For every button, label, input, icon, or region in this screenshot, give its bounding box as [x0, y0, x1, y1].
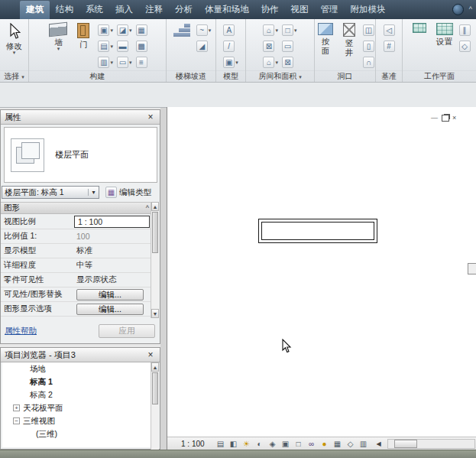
tab-view[interactable]: 视图 [285, 1, 315, 19]
scrollbar-thumb[interactable] [152, 212, 158, 253]
dock-splitter[interactable] [160, 108, 167, 450]
ramp-button[interactable]: ◢ [196, 39, 212, 54]
component-button[interactable]: ▤ ▾ [97, 39, 114, 54]
tab-addins[interactable]: 附加模块 [345, 1, 392, 19]
show-crop-icon[interactable]: □ [293, 438, 304, 449]
ribbon-collapse-icon[interactable]: ^ [469, 6, 472, 13]
scrollbar-thumb[interactable] [152, 372, 158, 404]
room-separator-button[interactable]: ⊠ [262, 39, 279, 54]
tab-insert[interactable]: 插入 [109, 1, 139, 19]
scroll-up-icon[interactable]: ▲ [151, 362, 159, 372]
floor-button[interactable]: ▭ ▾ [116, 55, 133, 70]
tag-room-button[interactable]: ⌂ ▾ [262, 55, 279, 70]
modify-button[interactable]: 修改 ▾ [3, 22, 26, 70]
stair-button[interactable] [170, 22, 193, 70]
displacement-sets-icon[interactable]: ▥ [358, 438, 369, 449]
project-browser-caption[interactable]: 项目浏览器 - 项目3 × [1, 348, 160, 362]
room-button[interactable]: ⌂ ▾ [262, 23, 279, 37]
wall-button[interactable]: 墙 ▾ [47, 22, 70, 70]
shaft-button[interactable]: 竖井 [338, 22, 360, 70]
detail-level-icon[interactable]: ▤ [215, 438, 226, 449]
properties-help-link[interactable]: 属性帮助 [5, 326, 37, 336]
apply-button[interactable]: 应用 [99, 324, 155, 338]
model-text-button[interactable]: A [222, 23, 239, 37]
tab-architecture[interactable]: 建筑 [20, 1, 50, 19]
section-graphics-header[interactable]: 图形 ^ [1, 202, 152, 214]
crop-view-icon[interactable]: ▣ [280, 438, 291, 449]
tree-item-level-1[interactable]: 标高 1 [2, 375, 158, 388]
tag-area-button[interactable]: ⊠ [281, 55, 298, 70]
display-model-field[interactable]: 标准 [74, 245, 152, 256]
tree-item-level-2[interactable]: 标高 2 [2, 388, 158, 401]
restore-view-icon[interactable] [442, 115, 449, 122]
tree-item-3d-views[interactable]: −三维视图 [2, 414, 158, 427]
temp-view-properties-icon[interactable]: ▦ [332, 438, 343, 449]
tab-manage[interactable]: 管理 [315, 1, 345, 19]
area-button[interactable]: □ ▾ [281, 23, 298, 37]
door-button[interactable]: 门 [72, 22, 95, 70]
rendering-icon[interactable]: ◈ [267, 438, 278, 449]
vertical-opening-button[interactable]: ▯ [362, 39, 375, 54]
view-selector-dropdown[interactable]: 楼层平面: 标高 1 ▾ [2, 186, 99, 199]
window-button[interactable]: ▣ ▾ [97, 23, 114, 37]
hide-isolate-icon[interactable]: ∞ [306, 438, 317, 449]
close-icon[interactable]: × [145, 112, 156, 122]
drawing-area[interactable]: — × 1 : 100 ▤ ◧ ☀ ◐ ◈ ▣ □ ∞ ● ▦ ◇ ▥ [167, 107, 476, 450]
expand-icon[interactable]: + [13, 404, 20, 411]
curtain-system-button[interactable]: ▦ [135, 23, 148, 37]
column-button[interactable]: ▥ ▾ [97, 55, 114, 70]
properties-caption[interactable]: 属性 × [1, 110, 160, 125]
tree-item-site[interactable]: 场地 [2, 362, 158, 375]
view-scale-input[interactable]: 1 : 100 [74, 216, 150, 228]
wall-opening-button[interactable]: ◫ [362, 23, 375, 37]
model-group-button[interactable]: ▣ ▾ [222, 55, 239, 70]
properties-scrollbar[interactable]: ▲ ▼ [151, 202, 159, 318]
close-icon[interactable]: × [145, 349, 156, 360]
tab-massing-site[interactable]: 体量和场地 [199, 1, 255, 19]
model-line-button[interactable]: / [222, 39, 239, 54]
curtain-grid-button[interactable]: ▩ [135, 39, 148, 54]
tab-analyze[interactable]: 分析 [169, 1, 199, 19]
mullion-button[interactable]: ≡ [135, 55, 148, 70]
scroll-up-icon[interactable]: ▲ [151, 202, 159, 211]
scroll-down-icon[interactable]: ▼ [151, 309, 159, 318]
tree-item-ceiling-plans[interactable]: +天花板平面 [2, 401, 158, 414]
ref-plane-button[interactable]: ∥ [458, 23, 471, 37]
set-workplane-button[interactable]: 设置 [433, 22, 456, 70]
scroll-left-icon[interactable]: ◀ [377, 440, 381, 447]
close-view-icon[interactable]: × [452, 115, 456, 122]
tab-annotate[interactable]: 注释 [139, 1, 169, 19]
shadows-icon[interactable]: ◐ [254, 438, 265, 449]
viewer-button[interactable]: ◇ [458, 39, 471, 54]
tab-structure[interactable]: 结构 [50, 1, 79, 19]
chevron-down-icon[interactable]: ▾ [88, 189, 99, 196]
area-boundary-button[interactable]: ▭ [281, 39, 298, 54]
analytical-model-icon[interactable]: ◇ [345, 438, 356, 449]
help-icon[interactable] [452, 4, 464, 15]
dormer-opening-button[interactable]: ∩ [362, 55, 375, 70]
parts-visibility-field[interactable]: 显示原状态 [74, 274, 152, 285]
collapse-icon[interactable]: ^ [146, 204, 149, 212]
horizontal-scrollbar[interactable] [387, 439, 475, 449]
reveal-hidden-icon[interactable]: ● [319, 438, 330, 449]
browser-scrollbar[interactable]: ▲ [151, 362, 159, 450]
tree-item-3d-view[interactable]: (三维) [2, 427, 158, 440]
type-selector[interactable]: 楼层平面 [4, 127, 157, 183]
show-workplane-button[interactable] [408, 22, 431, 70]
roof-button[interactable]: ◪ ▾ [116, 23, 133, 37]
visibility-edit-button[interactable]: 编辑... [76, 289, 144, 300]
collapse-tree-icon[interactable]: − [13, 417, 20, 424]
tab-systems[interactable]: 系统 [79, 1, 109, 19]
grid-button[interactable]: # [383, 39, 396, 54]
graphic-display-edit-button[interactable]: 编辑... [76, 304, 144, 315]
tab-collaborate[interactable]: 协作 [255, 1, 285, 19]
panel-label-select[interactable]: 选择 ▾ [0, 70, 28, 82]
panel-label-room-area[interactable]: 房间和面积 ▾ [246, 70, 314, 82]
railing-button[interactable]: ~ ▾ [196, 23, 212, 37]
visual-style-icon[interactable]: ◧ [228, 438, 239, 449]
level-button[interactable]: ◁ [383, 23, 396, 37]
ceiling-button[interactable]: ▬ [116, 39, 133, 54]
scrollbar-thumb[interactable] [394, 440, 417, 448]
sun-path-icon[interactable]: ☀ [241, 438, 252, 449]
view-scale-button[interactable]: 1 : 100 [181, 440, 205, 448]
